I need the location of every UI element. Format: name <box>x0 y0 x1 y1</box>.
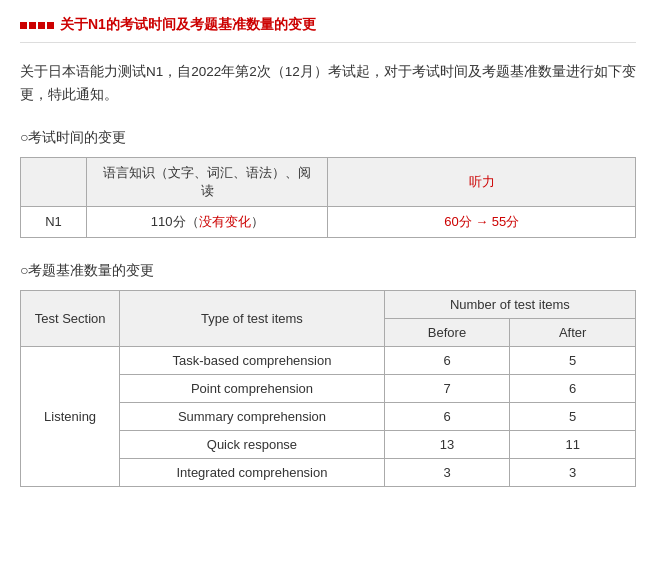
items-col3-header: Number of test items <box>384 290 635 318</box>
items-table: Test Section Type of test items Number o… <box>20 290 636 487</box>
title-icon <box>20 22 54 29</box>
items-col1-header: Test Section <box>21 290 120 346</box>
row-after: 5 <box>510 402 636 430</box>
page-title: 关于N1的考试时间及考题基准数量的变更 <box>20 16 636 43</box>
row-type: Summary comprehension <box>120 402 385 430</box>
title-text: 关于N1的考试时间及考题基准数量的变更 <box>60 16 316 34</box>
row-before: 6 <box>384 346 510 374</box>
row-type: Quick response <box>120 430 385 458</box>
row-before: 3 <box>384 458 510 486</box>
row-before: 6 <box>384 402 510 430</box>
time-section-heading: ○考试时间的变更 <box>20 129 636 147</box>
time-row-n1: N1 110分（没有变化） 60分 → 55分 <box>21 206 636 237</box>
row-after: 5 <box>510 346 636 374</box>
intro-paragraph: 关于日本语能力测试N1，自2022年第2次（12月）考试起，对于考试时间及考题基… <box>20 61 636 107</box>
table-row: ListeningTask-based comprehension65 <box>21 346 636 374</box>
time-col2-header: 语言知识（文字、词汇、语法）、阅读 <box>86 157 328 206</box>
time-n1-col2: 110分（没有变化） <box>86 206 328 237</box>
row-type: Integrated comprehension <box>120 458 385 486</box>
time-table: 语言知识（文字、词汇、语法）、阅读 听力 N1 110分（没有变化） 60分 →… <box>20 157 636 238</box>
row-after: 3 <box>510 458 636 486</box>
row-before: 7 <box>384 374 510 402</box>
items-section-heading: ○考题基准数量的变更 <box>20 262 636 280</box>
items-after-header: After <box>510 318 636 346</box>
items-col2-header: Type of test items <box>120 290 385 346</box>
row-type: Point comprehension <box>120 374 385 402</box>
time-col3-header: 听力 <box>328 157 636 206</box>
time-n1-label: N1 <box>21 206 87 237</box>
row-after: 11 <box>510 430 636 458</box>
time-n1-col3: 60分 → 55分 <box>328 206 636 237</box>
row-type: Task-based comprehension <box>120 346 385 374</box>
time-col1-header <box>21 157 87 206</box>
row-after: 6 <box>510 374 636 402</box>
row-before: 13 <box>384 430 510 458</box>
items-before-header: Before <box>384 318 510 346</box>
listening-label: Listening <box>21 346 120 486</box>
